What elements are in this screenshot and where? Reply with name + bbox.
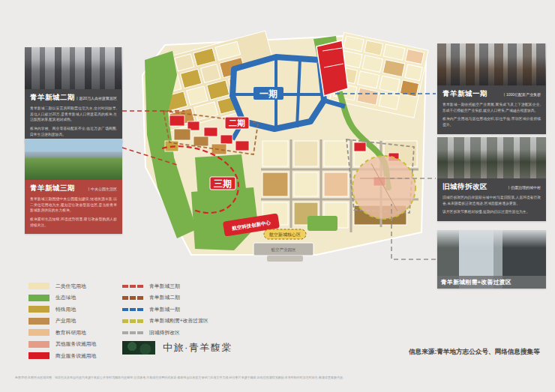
legend-item: 青羊新城二期 [122, 292, 208, 304]
legend-label: 特殊用地 [56, 306, 76, 313]
legend-swatch [28, 306, 50, 313]
legend-item: 青羊新城三期 [122, 280, 208, 292]
legend-dash-swatch [122, 319, 143, 323]
legend-item: 二类住宅用地 [28, 280, 96, 292]
legend-label: 青羊新城二期 [149, 294, 180, 301]
card-title: 青羊新城刚需+改善过渡区 [437, 276, 546, 289]
phase3-boundary [162, 146, 238, 213]
oldtown-photo [437, 137, 546, 178]
card-paragraph: 青羊新城一期依托航空产业发展,聚集成飞及上下游配套企业,形成千亿级航空产业集群,… [442, 102, 541, 113]
industry-park: 航空产业园区 [254, 243, 314, 262]
svg-text:航空科技创新中心: 航空科技创新中心 [231, 220, 272, 232]
phase1-photo [437, 43, 546, 85]
card-title: 青羊新城一期 [442, 89, 488, 99]
legend-dash-swatch [122, 308, 143, 312]
map-base [142, 36, 426, 255]
svg-text:三期: 三期 [214, 178, 232, 189]
card-oldtown: 旧城待拆改区 丨仍需治理的城中村 旧城待拆改区内仍保留部分城中村与老旧院落,人居… [437, 137, 546, 221]
landuse-legend: 二类住宅用地 生态绿地 特殊用地 产业用地 教育科研用地 其他服务设施用地 商业… [28, 280, 96, 362]
card-paragraph: 旧城待拆改区内仍保留部分城中村与老旧院落,人居环境有待改善,未来随着拆迁改造推进… [442, 195, 541, 206]
red-landmark [316, 40, 348, 96]
aviation-banner: 航空科技创新中心 [223, 213, 280, 236]
legend-item: 旧城待拆改区 [122, 327, 208, 339]
northwest-parcels [151, 31, 284, 131]
card-paragraph: 板块紧邻生态绿楔,环境优势明显,吸引改善型购房人群持续关注。 [30, 217, 117, 228]
legend-label: 青羊新城刚需+改善过渡区 [149, 317, 208, 325]
green-river-band [332, 75, 388, 187]
disclaimer-text: 免责声明:本图所示区域范围、地块性质及规划信息均来源于政府公开资料与网络信息整理… [15, 376, 540, 380]
card-subtitle: 丨仍需治理的城中村 [507, 185, 541, 190]
phase1-area: 一期 [232, 57, 345, 139]
card-phase3: 青羊新城三期 丨中央公园生活区 青羊新城三期围绕中央公园规划建设,绿地资源丰富,… [25, 139, 122, 234]
boundary-legend: 青羊新城三期 青羊新城二期 青羊新城一期 青羊新城刚需+改善过渡区 旧城待拆改区 [122, 280, 208, 339]
card-phase2: 青羊新城二期 丨超20万人高密度聚居区 青羊新城二期以安置房和刚需住宅为主,交付… [25, 47, 122, 143]
card-title: 青羊新城二期 [30, 93, 75, 103]
phase2-photo [25, 47, 122, 89]
legend-item: 青羊新城一期 [122, 304, 208, 316]
info-source-text: 信息来源:青羊地方志公众号、网络信息搜集等 [409, 348, 540, 357]
legend-label: 生态绿地 [56, 294, 76, 301]
northeast-parcels [329, 32, 428, 118]
legend-label: 二类住宅用地 [56, 283, 86, 290]
district-map: 一期 航空科技创新中心 [120, 28, 442, 265]
legend-item: 青羊新城刚需+改善过渡区 [122, 316, 208, 328]
connector-transition [392, 204, 436, 259]
legend-swatch [28, 318, 50, 325]
legend-label: 青羊新城一期 [149, 306, 180, 313]
legend-label: 教育科研用地 [56, 329, 86, 337]
card-paragraph: 青羊新城三期围绕中央公园规划建设,绿地资源丰富,以二类住宅用地为主,规划定位改善… [30, 196, 117, 214]
phase1-label: 一期 [260, 88, 278, 99]
card-title: 旧城待拆改区 [442, 182, 488, 192]
grid-parcels [261, 139, 418, 232]
legend-dash-swatch [122, 331, 143, 335]
legend-swatch [28, 295, 50, 301]
card-title: 青羊新城三期 [30, 184, 75, 193]
legend-item: 生态绿地 [28, 292, 96, 304]
qingyang-newtown-poster: 一期 航空科技创新中心 [0, 0, 555, 392]
legend-label: 旧城待拆改区 [149, 329, 180, 337]
svg-text:航空产业园区: 航空产业园区 [272, 247, 297, 253]
transition-zone-circle [352, 156, 416, 219]
card-subtitle: 丨1000亿配套产业集群 [502, 92, 541, 97]
card-paragraph: 青羊新城二期以安置房和刚需住宅为主,交付时间较早,居住人口超过20万,是青羊新城… [30, 106, 117, 123]
card-paragraph: 板块内学校、商业等基础配套齐全,临近万达广场商圈,日常生活便利度较高。 [30, 126, 117, 137]
legend-label: 其他服务设施用地 [56, 340, 96, 348]
phase3-label: 三期 [210, 177, 236, 190]
legend-item: 特殊用地 [28, 304, 96, 316]
legend-swatch [28, 352, 50, 359]
phase2-label: 二期 [225, 117, 249, 129]
brand-logo-text: 中旅·青羊馥棠 [163, 341, 232, 355]
card-subtitle: 丨中央公园生活区 [87, 187, 117, 191]
phase2-blocks [165, 115, 399, 186]
green-space [145, 36, 388, 250]
card-paragraph: 该片区拆改节奏相对较慢,短期内仍以过渡性居住为主。 [442, 209, 541, 215]
oldtown-boundary [346, 139, 414, 213]
legend-dash-swatch [122, 285, 143, 289]
transition-photo: 青羊新城刚需+改善过渡区 [437, 230, 546, 289]
core-zone-pill: 航空新城核心区 [264, 229, 306, 239]
legend-dash-swatch [122, 296, 143, 300]
legend-swatch [28, 329, 50, 336]
brand-logo: 中旅·青羊馥棠 [122, 341, 232, 355]
connector-phase3 [122, 148, 177, 165]
card-subtitle: 丨超20万人高密度聚居区 [75, 96, 117, 100]
legend-item: 产业用地 [28, 316, 96, 328]
legend-item: 其他服务设施用地 [28, 339, 96, 351]
svg-text:航空新城核心区: 航空新城核心区 [269, 232, 301, 238]
phase2-boundary [164, 111, 258, 154]
card-paragraph: 板块内产业用地与居住用地交织,职住平衡,带动区域价值持续提升。 [442, 116, 541, 127]
legend-item: 教育科研用地 [28, 327, 96, 339]
svg-text:二期: 二期 [229, 118, 245, 127]
legend-label: 产业用地 [56, 317, 76, 325]
legend-item: 商业服务设施用地 [28, 350, 96, 362]
brand-logo-image [122, 341, 155, 355]
card-phase1: 青羊新城一期 丨1000亿配套产业集群 青羊新城一期依托航空产业发展,聚集成飞及… [437, 43, 546, 134]
legend-label: 商业服务设施用地 [56, 352, 96, 360]
legend-swatch [28, 283, 50, 289]
grid-roads [261, 139, 418, 232]
phase3-photo [25, 139, 122, 180]
card-transition: 青羊新城刚需+改善过渡区 [437, 230, 546, 289]
legend-swatch [28, 341, 50, 348]
legend-label: 青羊新城三期 [149, 283, 180, 290]
